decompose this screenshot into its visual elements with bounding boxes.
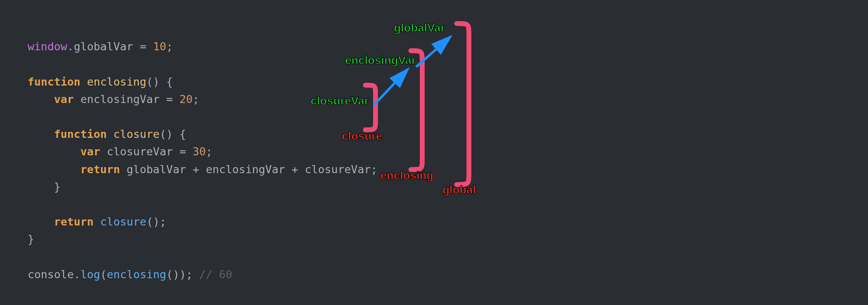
code-token: window (28, 40, 67, 53)
svg-line-1 (416, 37, 451, 67)
code-token: enclosingVar (199, 163, 292, 176)
label-globalvar: globalVar (394, 21, 445, 34)
code-token: ; (371, 163, 377, 176)
code-token: + (291, 163, 298, 176)
code-token: . (67, 40, 74, 53)
label-enclosing: enclosing (380, 169, 434, 182)
code-token: () { (147, 75, 173, 88)
code-token (28, 180, 54, 193)
code-token: 30 (192, 145, 206, 158)
code-token: var (80, 145, 100, 158)
code-token: enclosing (107, 268, 166, 281)
bracket-global (457, 24, 469, 185)
code-token: log (80, 268, 100, 281)
code-token: // 60 (192, 268, 232, 281)
code-token: ( (100, 268, 107, 281)
code-token: return (54, 215, 94, 228)
code-token: console (28, 268, 74, 281)
code-token (28, 163, 80, 176)
code-token: closureVar = (100, 145, 193, 158)
code-token: closureVar (298, 163, 371, 176)
svg-line-0 (374, 69, 408, 105)
code-token: globalVar (120, 163, 193, 176)
code-token: function (28, 75, 80, 88)
code-token: ; (166, 40, 173, 53)
code-token (28, 215, 54, 228)
code-token: return (80, 163, 120, 176)
code-token (28, 93, 54, 105)
code-token: 10 (153, 40, 166, 53)
code-token: var (54, 93, 74, 105)
code-token (28, 145, 80, 158)
label-closure: closure (342, 130, 382, 143)
code-token: + (192, 163, 199, 176)
code-token: } (28, 233, 34, 245)
code-token (28, 128, 54, 140)
code-token: . (74, 268, 80, 281)
code-token: 20 (179, 93, 193, 105)
label-global: global (443, 183, 476, 196)
code-token: ; (206, 145, 212, 158)
label-enclosingvar: enclosingVar (345, 54, 416, 67)
code-token: enclosingVar = (74, 93, 179, 105)
label-closurevar: closureVar (311, 95, 369, 107)
arrows (374, 37, 451, 105)
code-token: ()); (166, 268, 192, 281)
code-token: closure (94, 215, 147, 228)
code-token: function (54, 128, 107, 140)
code-token: enclosing (80, 75, 147, 88)
code-token: closure (107, 128, 160, 140)
code-token: ; (192, 93, 199, 105)
code-token: () { (160, 128, 186, 140)
code-token: = (133, 40, 153, 53)
code-block: window.globalVar = 10; function enclosin… (28, 20, 378, 283)
code-token: } (54, 180, 60, 193)
code-token: (); (147, 215, 166, 228)
bracket-enclosing (411, 51, 422, 170)
code-token: globalVar (74, 40, 133, 53)
